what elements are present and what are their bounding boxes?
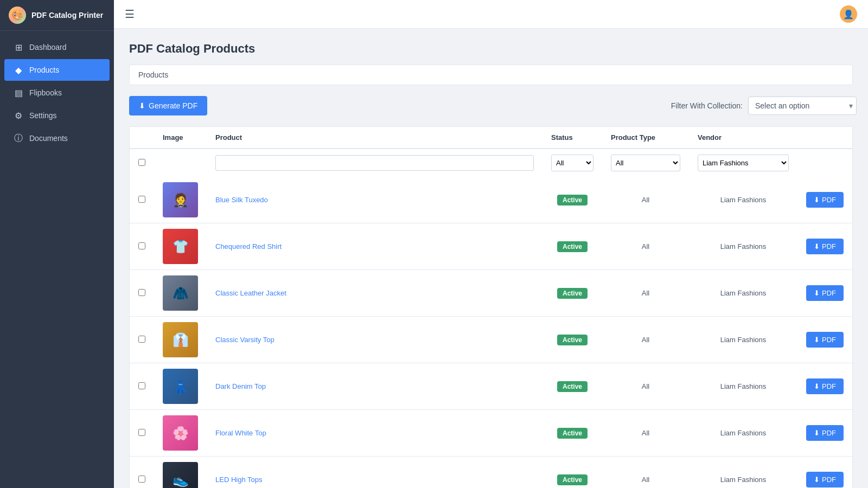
status-badge: Active xyxy=(557,428,588,439)
row-status: Active xyxy=(542,270,602,317)
filter-vendor-cell: Liam Fashions xyxy=(689,149,797,177)
pdf-button[interactable]: ⬇ PDF xyxy=(806,239,844,254)
pdf-label: PDF xyxy=(822,289,836,297)
row-status: Active xyxy=(542,457,602,489)
row-image-cell: 🧥 xyxy=(154,270,207,317)
generate-pdf-button[interactable]: ⬇ Generate PDF xyxy=(129,96,207,115)
topbar: ☰ 👤 xyxy=(114,0,868,29)
row-checkbox-cell xyxy=(130,363,155,410)
row-vendor: Liam Fashions xyxy=(689,457,797,489)
row-product-name[interactable]: LED High Tops xyxy=(207,457,542,489)
pdf-button[interactable]: ⬇ PDF xyxy=(806,332,844,348)
pdf-download-icon: ⬇ xyxy=(814,196,820,204)
row-checkbox[interactable] xyxy=(138,289,145,296)
sidebar: 🎨 PDF Catalog Printer ⊞ Dashboard ◆ Prod… xyxy=(0,0,114,488)
row-vendor: Liam Fashions xyxy=(689,410,797,457)
status-filter-select[interactable]: All xyxy=(551,155,593,171)
row-checkbox[interactable] xyxy=(138,242,145,249)
row-product-name[interactable]: Dark Denim Top xyxy=(207,363,542,410)
row-product-name[interactable]: Classic Leather Jacket xyxy=(207,270,542,317)
col-status: Status xyxy=(542,127,602,149)
pdf-download-icon: ⬇ xyxy=(814,336,820,344)
row-checkbox[interactable] xyxy=(138,336,145,343)
pdf-download-icon: ⬇ xyxy=(814,382,820,390)
pdf-button[interactable]: ⬇ PDF xyxy=(806,472,844,487)
col-image: Image xyxy=(154,127,207,149)
sidebar-item-dashboard[interactable]: ⊞ Dashboard xyxy=(4,36,110,58)
sidebar-item-label: Flipbooks xyxy=(29,88,62,97)
sidebar-item-flipbooks[interactable]: ▤ Flipbooks xyxy=(4,82,110,104)
row-checkbox[interactable] xyxy=(138,476,145,483)
table-row: 🧥 Classic Leather Jacket Active All Liam… xyxy=(130,270,853,317)
row-status: Active xyxy=(542,177,602,223)
row-type: All xyxy=(602,457,689,489)
sidebar-header: 🎨 PDF Catalog Printer xyxy=(0,0,114,31)
filter-area: Filter With Collection: Select an option… xyxy=(671,97,853,115)
row-image-cell: 👗 xyxy=(154,363,207,410)
row-vendor: Liam Fashions xyxy=(689,177,797,223)
row-vendor: Liam Fashions xyxy=(689,270,797,317)
pdf-download-icon: ⬇ xyxy=(814,242,820,251)
content-area: PDF Catalog Products Products ⬇ Generate… xyxy=(114,29,868,488)
row-action: ⬇ PDF xyxy=(797,270,853,317)
pdf-button[interactable]: ⬇ PDF xyxy=(806,425,844,441)
collection-filter-select[interactable]: Select an option xyxy=(748,97,857,115)
row-checkbox[interactable] xyxy=(138,382,145,389)
product-thumbnail: 🌸 xyxy=(163,415,198,451)
row-product-name[interactable]: Blue Silk Tuxedo xyxy=(207,177,542,223)
user-avatar[interactable]: 👤 xyxy=(840,5,857,23)
filter-status-cell: All xyxy=(542,149,602,177)
row-vendor: Liam Fashions xyxy=(689,363,797,410)
main-content: ☰ 👤 PDF Catalog Products Products ⬇ Gene… xyxy=(114,0,868,488)
table-row: 👟 LED High Tops Active All Liam Fashions… xyxy=(130,457,853,489)
flipbooks-icon: ▤ xyxy=(13,87,24,98)
row-checkbox-cell xyxy=(130,317,155,363)
sidebar-item-label: Products xyxy=(29,66,59,74)
row-image-cell: 🤵 xyxy=(154,177,207,223)
sidebar-item-label: Dashboard xyxy=(29,43,67,52)
row-status: Active xyxy=(542,223,602,270)
table-row: 🤵 Blue Silk Tuxedo Active All Liam Fashi… xyxy=(130,177,853,223)
row-status: Active xyxy=(542,363,602,410)
row-product-name[interactable]: Floral White Top xyxy=(207,410,542,457)
row-status: Active xyxy=(542,317,602,363)
pdf-button[interactable]: ⬇ PDF xyxy=(806,378,844,394)
row-image-cell: 👟 xyxy=(154,457,207,489)
row-product-name[interactable]: Chequered Red Shirt xyxy=(207,223,542,270)
sidebar-item-documents[interactable]: ⓘ Documents xyxy=(4,127,110,149)
col-checkbox xyxy=(130,127,155,149)
status-badge: Active xyxy=(557,474,588,485)
products-icon: ◆ xyxy=(13,65,24,75)
row-type: All xyxy=(602,317,689,363)
documents-icon: ⓘ xyxy=(13,133,24,144)
type-filter-select[interactable]: All xyxy=(611,155,680,171)
row-product-name[interactable]: Classic Varsity Top xyxy=(207,317,542,363)
menu-icon[interactable]: ☰ xyxy=(125,8,135,21)
table-row: 👔 Classic Varsity Top Active All Liam Fa… xyxy=(130,317,853,363)
row-checkbox[interactable] xyxy=(138,429,145,436)
status-badge: Active xyxy=(557,195,588,206)
product-search-input[interactable] xyxy=(215,155,534,171)
pdf-label: PDF xyxy=(822,476,836,484)
pdf-button[interactable]: ⬇ PDF xyxy=(806,192,844,208)
pdf-label: PDF xyxy=(822,196,836,204)
sidebar-item-products[interactable]: ◆ Products xyxy=(4,59,110,81)
table-row: 🌸 Floral White Top Active All Liam Fashi… xyxy=(130,410,853,457)
row-action: ⬇ PDF xyxy=(797,317,853,363)
row-checkbox-cell xyxy=(130,410,155,457)
filter-label: Filter With Collection: xyxy=(671,101,743,110)
row-checkbox[interactable] xyxy=(138,196,145,203)
sidebar-item-label: Settings xyxy=(29,111,57,120)
generate-pdf-label: Generate PDF xyxy=(149,101,197,110)
pdf-button[interactable]: ⬇ PDF xyxy=(806,285,844,301)
page-title: PDF Catalog Products xyxy=(129,42,853,56)
status-badge: Active xyxy=(557,335,588,345)
row-image-cell: 👕 xyxy=(154,223,207,270)
select-all-checkbox[interactable] xyxy=(138,159,145,166)
sidebar-item-settings[interactable]: ⚙ Settings xyxy=(4,105,110,126)
vendor-filter-select[interactable]: Liam Fashions xyxy=(698,155,789,171)
product-thumbnail: 🧥 xyxy=(163,275,198,311)
col-vendor: Vendor xyxy=(689,127,797,149)
pdf-label: PDF xyxy=(822,242,836,251)
row-vendor: Liam Fashions xyxy=(689,317,797,363)
